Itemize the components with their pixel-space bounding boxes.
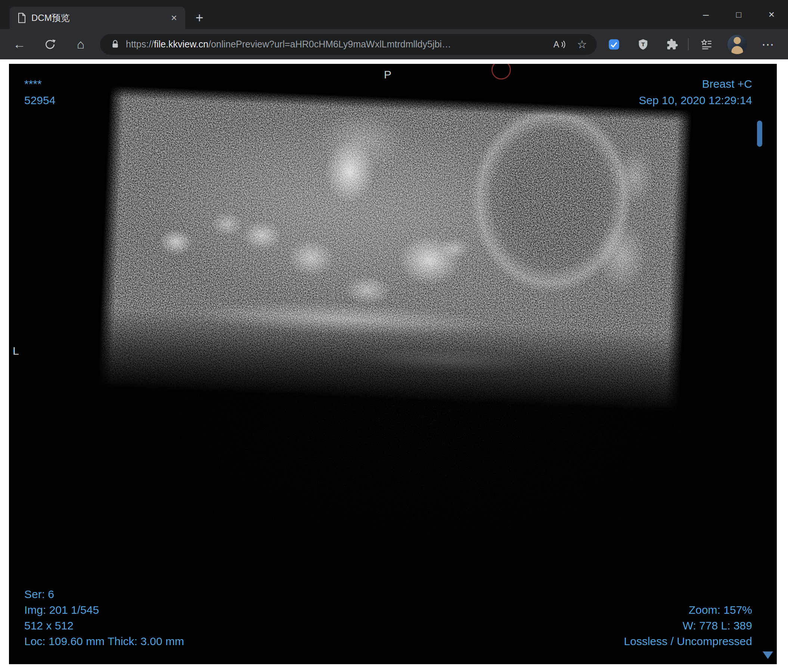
new-tab-button[interactable]: + <box>191 10 208 26</box>
url-host: file.kkview.cn <box>154 39 208 49</box>
url-path: /onlinePreview?url=aHR0cHM6Ly9maWxlLmtrd… <box>208 39 451 49</box>
image-matrix: 512 x 512 <box>24 618 184 634</box>
url-scheme: https:// <box>126 39 154 49</box>
mri-grain-texture <box>97 86 693 412</box>
navigation-bar: ← ⌂ https://file.kkview.cn/onlinePreview… <box>0 29 788 59</box>
roi-circle-annotation <box>491 64 511 79</box>
profile-avatar[interactable] <box>728 35 747 54</box>
refresh-icon <box>44 38 56 51</box>
tab-close-icon[interactable]: × <box>169 13 179 23</box>
tab-title: DCM预览 <box>31 12 164 24</box>
extensions-button[interactable] <box>665 37 680 52</box>
back-button[interactable]: ← <box>10 35 29 54</box>
shield-icon: T <box>637 38 649 51</box>
zoom-level: Zoom: 157% <box>624 602 752 618</box>
orientation-marker-left: L <box>13 345 19 357</box>
extension-blue-icon <box>608 38 620 51</box>
patient-stars: **** <box>24 76 55 92</box>
puzzle-icon <box>666 38 678 51</box>
study-label: Breast +C <box>639 76 752 92</box>
shield-extension-button[interactable]: T <box>635 37 651 52</box>
slice-scroll-down-icon[interactable] <box>763 651 773 659</box>
settings-menu-button[interactable]: ⋯ <box>758 35 778 54</box>
document-icon <box>17 13 26 23</box>
address-bar-actions: A ☆ <box>553 38 587 51</box>
browser-window: DCM预览 × + – □ × ← ⌂ https://file.kkview.… <box>0 0 788 672</box>
lock-icon <box>111 40 119 49</box>
maximize-button[interactable]: □ <box>722 0 755 29</box>
close-window-button[interactable]: × <box>755 0 788 29</box>
slice-scrollbar-thumb[interactable] <box>757 120 762 147</box>
favorites-list-icon <box>701 38 713 51</box>
extension-button-blue[interactable] <box>607 37 621 52</box>
window-level: W: 778 L: 389 <box>624 618 752 634</box>
slice-location: Loc: 109.60 mm Thick: 3.00 mm <box>24 634 184 649</box>
svg-text:A: A <box>553 40 559 49</box>
titlebar: DCM预览 × + – □ × <box>0 0 788 29</box>
mri-image <box>97 86 693 412</box>
annotation-top-left: **** 52954 <box>24 76 55 109</box>
annotation-bottom-right: Zoom: 157% W: 778 L: 389 Lossless / Unco… <box>624 602 752 649</box>
annotation-top-right: Breast +C Sep 10, 2020 12:29:14 <box>639 76 752 109</box>
orientation-marker-posterior: P <box>384 68 391 81</box>
study-datetime: Sep 10, 2020 12:29:14 <box>639 92 752 109</box>
series-number: Ser: 6 <box>24 586 184 602</box>
dicom-viewer[interactable]: **** 52954 Breast +C Sep 10, 2020 12:29:… <box>9 64 777 664</box>
browser-tab[interactable]: DCM预览 × <box>10 7 185 29</box>
favorite-star-button[interactable]: ☆ <box>577 38 587 51</box>
patient-number: 52954 <box>24 92 55 109</box>
url-text: https://file.kkview.cn/onlinePreview?url… <box>126 39 547 50</box>
annotation-bottom-left: Ser: 6 Img: 201 1/545 512 x 512 Loc: 109… <box>24 586 184 649</box>
image-number: Img: 201 1/545 <box>24 602 184 618</box>
read-aloud-icon: A <box>553 39 566 50</box>
read-aloud-button[interactable]: A <box>553 39 566 50</box>
extensions-area: T <box>607 37 680 52</box>
compression-info: Lossless / Uncompressed <box>624 634 752 649</box>
favorites-bar-button[interactable] <box>697 35 716 54</box>
refresh-button[interactable] <box>40 35 60 54</box>
window-controls: – □ × <box>690 0 788 29</box>
home-button[interactable]: ⌂ <box>71 35 91 54</box>
svg-text:T: T <box>641 41 645 47</box>
page-content: **** 52954 Breast +C Sep 10, 2020 12:29:… <box>0 59 788 672</box>
toolbar-divider <box>688 38 689 51</box>
address-bar[interactable]: https://file.kkview.cn/onlinePreview?url… <box>100 34 597 55</box>
minimize-button[interactable]: – <box>690 0 722 29</box>
